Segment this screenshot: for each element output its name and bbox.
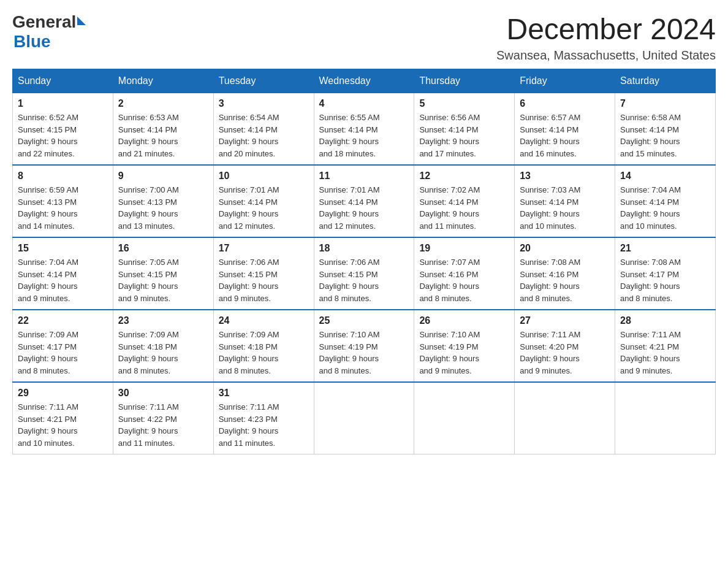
logo: General Blue [12,12,86,52]
day-number: 15 [18,243,108,254]
calendar-day-cell: 28 Sunrise: 7:11 AM Sunset: 4:21 PM Dayl… [615,310,716,382]
day-info: Sunrise: 7:09 AM Sunset: 4:17 PM Dayligh… [18,329,108,377]
calendar-table: SundayMondayTuesdayWednesdayThursdayFrid… [12,69,716,454]
calendar-day-cell: 4 Sunrise: 6:55 AM Sunset: 4:14 PM Dayli… [314,93,414,166]
calendar-day-cell: 23 Sunrise: 7:09 AM Sunset: 4:18 PM Dayl… [113,310,213,382]
calendar-day-cell: 1 Sunrise: 6:52 AM Sunset: 4:15 PM Dayli… [13,93,113,166]
day-number: 3 [219,98,309,109]
day-number: 26 [419,315,509,326]
day-info: Sunrise: 7:11 AM Sunset: 4:23 PM Dayligh… [219,401,309,449]
day-number: 17 [219,243,309,254]
day-info: Sunrise: 7:11 AM Sunset: 4:21 PM Dayligh… [620,329,710,377]
calendar-day-cell: 6 Sunrise: 6:57 AM Sunset: 4:14 PM Dayli… [515,93,615,166]
day-info: Sunrise: 7:08 AM Sunset: 4:17 PM Dayligh… [620,256,710,304]
calendar-day-cell: 16 Sunrise: 7:05 AM Sunset: 4:15 PM Dayl… [113,237,213,310]
calendar-week-row: 1 Sunrise: 6:52 AM Sunset: 4:15 PM Dayli… [13,93,716,166]
day-info: Sunrise: 6:59 AM Sunset: 4:13 PM Dayligh… [18,184,108,232]
calendar-week-row: 29 Sunrise: 7:11 AM Sunset: 4:21 PM Dayl… [13,382,716,454]
day-info: Sunrise: 7:01 AM Sunset: 4:14 PM Dayligh… [319,184,409,232]
calendar-day-cell: 29 Sunrise: 7:11 AM Sunset: 4:21 PM Dayl… [13,382,113,454]
day-number: 12 [419,170,509,182]
day-info: Sunrise: 7:00 AM Sunset: 4:13 PM Dayligh… [118,184,208,232]
calendar-day-cell: 9 Sunrise: 7:00 AM Sunset: 4:13 PM Dayli… [113,165,213,237]
day-info: Sunrise: 7:02 AM Sunset: 4:14 PM Dayligh… [419,184,509,232]
calendar-day-cell: 20 Sunrise: 7:08 AM Sunset: 4:16 PM Dayl… [515,237,615,310]
calendar-day-cell: 2 Sunrise: 6:53 AM Sunset: 4:14 PM Dayli… [113,93,213,166]
day-number: 5 [419,98,509,109]
day-info: Sunrise: 7:09 AM Sunset: 4:18 PM Dayligh… [118,329,208,377]
day-info: Sunrise: 6:57 AM Sunset: 4:14 PM Dayligh… [520,112,610,159]
day-number: 20 [520,243,610,254]
calendar-week-row: 22 Sunrise: 7:09 AM Sunset: 4:17 PM Dayl… [13,310,716,382]
day-header-thursday: Thursday [414,69,515,93]
day-number: 31 [219,388,309,399]
calendar-day-cell: 17 Sunrise: 7:06 AM Sunset: 4:15 PM Dayl… [213,237,314,310]
day-number: 19 [419,243,509,254]
calendar-day-cell: 11 Sunrise: 7:01 AM Sunset: 4:14 PM Dayl… [314,165,414,237]
calendar-day-cell: 22 Sunrise: 7:09 AM Sunset: 4:17 PM Dayl… [13,310,113,382]
day-number: 29 [18,388,108,399]
day-header-monday: Monday [113,69,213,93]
month-title: December 2024 [496,12,716,46]
logo-blue-text: Blue [13,32,51,52]
calendar-day-cell: 5 Sunrise: 6:56 AM Sunset: 4:14 PM Dayli… [414,93,515,166]
day-header-wednesday: Wednesday [314,69,414,93]
day-info: Sunrise: 6:55 AM Sunset: 4:14 PM Dayligh… [319,112,409,159]
day-info: Sunrise: 7:05 AM Sunset: 4:15 PM Dayligh… [118,256,208,304]
calendar-day-cell: 24 Sunrise: 7:09 AM Sunset: 4:18 PM Dayl… [213,310,314,382]
day-number: 7 [620,98,710,109]
calendar-day-cell: 3 Sunrise: 6:54 AM Sunset: 4:14 PM Dayli… [213,93,314,166]
day-header-tuesday: Tuesday [213,69,314,93]
day-number: 28 [620,315,710,326]
calendar-week-row: 8 Sunrise: 6:59 AM Sunset: 4:13 PM Dayli… [13,165,716,237]
calendar-day-cell: 13 Sunrise: 7:03 AM Sunset: 4:14 PM Dayl… [515,165,615,237]
calendar-day-cell: 10 Sunrise: 7:01 AM Sunset: 4:14 PM Dayl… [213,165,314,237]
calendar-day-cell: 12 Sunrise: 7:02 AM Sunset: 4:14 PM Dayl… [414,165,515,237]
logo-arrow-icon [77,17,86,25]
day-info: Sunrise: 7:04 AM Sunset: 4:14 PM Dayligh… [620,184,710,232]
location: Swansea, Massachusetts, United States [496,48,716,63]
day-info: Sunrise: 7:06 AM Sunset: 4:15 PM Dayligh… [319,256,409,304]
day-info: Sunrise: 6:56 AM Sunset: 4:14 PM Dayligh… [419,112,509,159]
day-info: Sunrise: 7:10 AM Sunset: 4:19 PM Dayligh… [319,329,409,377]
calendar-day-cell: 18 Sunrise: 7:06 AM Sunset: 4:15 PM Dayl… [314,237,414,310]
day-info: Sunrise: 7:01 AM Sunset: 4:14 PM Dayligh… [219,184,309,232]
calendar-day-cell: 27 Sunrise: 7:11 AM Sunset: 4:20 PM Dayl… [515,310,615,382]
day-number: 4 [319,98,409,109]
page-header: General Blue December 2024 Swansea, Mass… [12,12,716,63]
day-info: Sunrise: 6:53 AM Sunset: 4:14 PM Dayligh… [118,112,208,159]
day-info: Sunrise: 7:06 AM Sunset: 4:15 PM Dayligh… [219,256,309,304]
calendar-day-cell: 7 Sunrise: 6:58 AM Sunset: 4:14 PM Dayli… [615,93,716,166]
day-number: 16 [118,243,208,254]
day-number: 14 [620,170,710,182]
calendar-day-cell: 19 Sunrise: 7:07 AM Sunset: 4:16 PM Dayl… [414,237,515,310]
calendar-header-row: SundayMondayTuesdayWednesdayThursdayFrid… [13,69,716,93]
day-number: 30 [118,388,208,399]
calendar-day-cell [615,382,716,454]
day-number: 2 [118,98,208,109]
day-number: 13 [520,170,610,182]
day-info: Sunrise: 7:10 AM Sunset: 4:19 PM Dayligh… [419,329,509,377]
day-info: Sunrise: 7:04 AM Sunset: 4:14 PM Dayligh… [18,256,108,304]
day-number: 11 [319,170,409,182]
day-number: 9 [118,170,208,182]
day-info: Sunrise: 7:03 AM Sunset: 4:14 PM Dayligh… [520,184,610,232]
logo-blue-part [76,19,86,25]
day-info: Sunrise: 6:58 AM Sunset: 4:14 PM Dayligh… [620,112,710,159]
day-number: 18 [319,243,409,254]
day-info: Sunrise: 7:09 AM Sunset: 4:18 PM Dayligh… [219,329,309,377]
calendar-week-row: 15 Sunrise: 7:04 AM Sunset: 4:14 PM Dayl… [13,237,716,310]
day-number: 8 [18,170,108,182]
calendar-day-cell: 14 Sunrise: 7:04 AM Sunset: 4:14 PM Dayl… [615,165,716,237]
calendar-day-cell: 21 Sunrise: 7:08 AM Sunset: 4:17 PM Dayl… [615,237,716,310]
day-header-sunday: Sunday [13,69,113,93]
calendar-day-cell: 26 Sunrise: 7:10 AM Sunset: 4:19 PM Dayl… [414,310,515,382]
day-number: 1 [18,98,108,109]
calendar-day-cell: 8 Sunrise: 6:59 AM Sunset: 4:13 PM Dayli… [13,165,113,237]
day-number: 6 [520,98,610,109]
day-number: 24 [219,315,309,326]
calendar-day-cell: 31 Sunrise: 7:11 AM Sunset: 4:23 PM Dayl… [213,382,314,454]
calendar-day-cell: 30 Sunrise: 7:11 AM Sunset: 4:22 PM Dayl… [113,382,213,454]
day-info: Sunrise: 7:07 AM Sunset: 4:16 PM Dayligh… [419,256,509,304]
calendar-day-cell [314,382,414,454]
